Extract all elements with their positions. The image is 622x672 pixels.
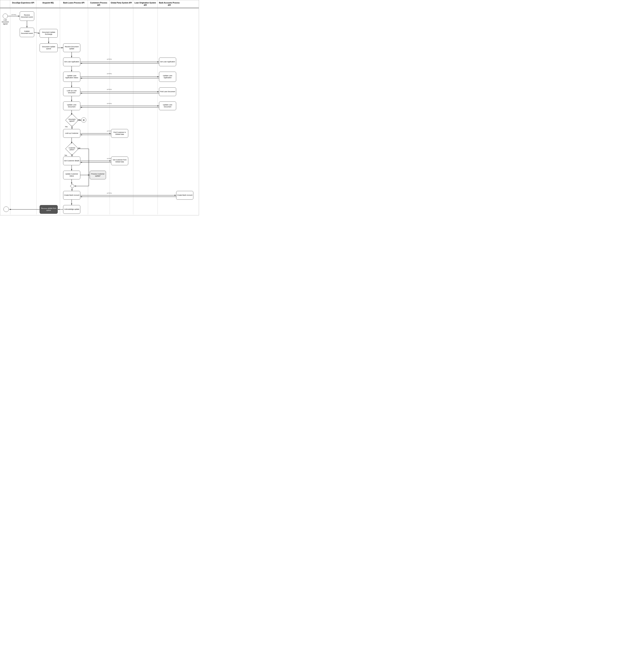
header-bankaccounts: Bank Accounts Process API — [158, 0, 181, 8]
arrows-svg — [0, 8, 199, 215]
find-loan-doc-loanorg-box: Find Loan Document — [159, 88, 176, 96]
https-label-remove: HTTPS — [43, 207, 47, 209]
merge-diamond-wrap — [70, 184, 74, 188]
start-label: Loan Document signed — [0, 19, 10, 25]
divider-2 — [36, 8, 37, 215]
create-bank-account-bankloan-box: Create Bank Account — [63, 191, 80, 200]
header-start — [0, 0, 10, 8]
lookup-customer-bankloan-box: Look up Customer — [63, 129, 80, 138]
header-mq: Anypoint MQ — [36, 0, 60, 8]
publish-doc-event-box: Publish Document event — [20, 28, 34, 37]
header-globalparty: Global Party System API — [110, 0, 133, 8]
doc-update-queue-box: Document Update Queue — [40, 43, 58, 52]
no-label: No — [78, 119, 80, 121]
get-loan-app-bankloan-box: Get Loan Application — [63, 58, 80, 66]
divider-4 — [88, 8, 88, 215]
terminator-x-circle: ⊗ — [81, 118, 86, 123]
create-bank-account-bankaccounts-box: Create Bank Account — [176, 191, 193, 200]
get-loan-app-loanorg-box: Get Loan Application — [159, 58, 176, 66]
doc-signed-diamond — [65, 114, 79, 127]
https-label-4: HTTPS — [107, 103, 112, 104]
yes2-label: Yes — [64, 154, 67, 156]
update-loan-doc-loanorg-box: Update Loan Document — [159, 101, 176, 110]
header-row: DocuSign Experience API Anypoint MQ Bank… — [0, 0, 199, 8]
update-loan-status-bankloan-box: Update Loan Application Status — [63, 72, 80, 82]
https-label-3: HTTPS — [107, 89, 112, 90]
customer-active-diamond — [65, 142, 79, 156]
update-customer-status-box: Update Customer status — [63, 171, 80, 179]
customer-active-diamond-wrap: Customer active? — [67, 143, 77, 154]
doc-signed-diamond-wrap: Document signed? — [67, 115, 77, 125]
svg-line-4 — [34, 32, 40, 33]
receive-doc-update-box: Receive Document update — [63, 43, 80, 52]
swimlane-area: Loan Document signed HTTPS Receive Docum… — [0, 8, 199, 215]
remove-from-queue-box: Remove update from queue — [40, 205, 58, 214]
no2-label: No — [78, 147, 80, 149]
start-event-circle — [3, 13, 8, 19]
terminator-x-symbol: ⊗ — [83, 119, 85, 122]
header-docusign: DocuSign Experience API — [10, 0, 36, 8]
doc-update-exchange-box: Document Update Exchange — [40, 29, 58, 38]
update-loan-doc-bankloan-box: Update Loan Document — [63, 101, 80, 110]
process-customer-update-box: Process Customer update* — [90, 171, 106, 179]
acknowledge-update-box: Acknowledge update — [63, 205, 80, 214]
header-bankloan: Bank Loans Process API — [60, 0, 88, 8]
find-customer-globalparty-box: Find Customer in Global Data — [111, 129, 128, 138]
receive-doc-event-box: Receive Document event — [20, 11, 34, 21]
https-label-7: HTTPS — [107, 192, 112, 194]
https-label-1: HTTPS — [107, 59, 112, 60]
get-customer-from-global-box: Get Customer from Global Data — [111, 157, 128, 165]
merge-diamond — [70, 184, 74, 188]
get-customer-details-box: Get Customer details — [63, 157, 80, 165]
divider-7 — [158, 8, 158, 215]
diagram-container: DocuSign Experience API Anypoint MQ Bank… — [0, 0, 199, 215]
lookup-loan-doc-bankloan-box: Look up Loan Document — [63, 88, 80, 96]
header-loanorigination: Loan Origination System API — [133, 0, 158, 8]
https-label-2: HTTPS — [107, 73, 112, 74]
end-circle-outer — [3, 206, 9, 212]
yes-label: Yes — [65, 126, 68, 128]
header-customers: Customers Process API — [88, 0, 110, 8]
https-label-start: HTTPS — [11, 14, 16, 15]
divider-1 — [10, 8, 10, 215]
update-loan-app-loanorg-box: Update Loan Application — [159, 72, 176, 82]
